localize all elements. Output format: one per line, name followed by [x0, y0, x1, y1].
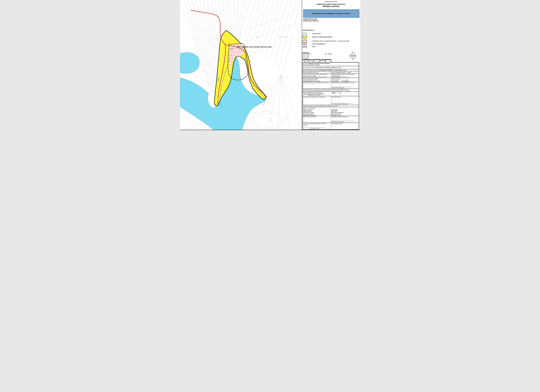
javni-uvid-1-od: od: 27.10.2008. [332, 80, 342, 81]
legend-label-upu: Granica obuhvata UPU-a [312, 43, 325, 45]
javni-uvid-2-od: od: 08.04.2009. [332, 81, 342, 82]
uih-logo-u: U [332, 92, 333, 94]
legend-swatch-built [303, 36, 307, 38]
table-row: Županija: DUBROVAČKO NERETVANSKA ŽUPANIJ… [303, 63, 359, 66]
settlement-label: naselje Skrivena luka [303, 18, 317, 20]
suglasnost-line1: Suglasnost na plan prema članku 97. Zako… [303, 89, 358, 90]
table-row: Odgovorni voditelj izrade nacrta prijedl… [303, 105, 359, 107]
broj-label: Broj kartografskog prikaza: [303, 72, 316, 73]
blue-dashed-line-icon [303, 33, 307, 34]
odgovorna-osoba-name: Miro Maričević, dipl.ing.agr. [332, 87, 358, 88]
map-canvas: 1799/6 1799/7 1799/8 1799/1 1799/4 9146 … [180, 0, 302, 130]
javni-uvid-label: Javni uvid održan: [332, 78, 358, 80]
scale-bar [302, 59, 331, 60]
legend-label-70m: Granica od 70m [312, 33, 321, 34]
scale-strip: 1ha M 1:5000 0 50 100 200 300 400 500 [302, 51, 360, 62]
uih-logo-h: H [334, 92, 335, 94]
naziv-plana-label: Naziv prostornog plana: [303, 67, 315, 68]
javna-rasprava-1: Slobodna Dalmacija, 14.10.2008. [303, 80, 331, 81]
black-dashed-line-icon [303, 44, 307, 44]
istovjetnost-label: Istovjetnost ovog prostornog plana s izv… [303, 123, 331, 126]
table-row: Naziv prostornog plana: PROSTORNI PLAN U… [303, 66, 359, 69]
croatia-silhouette-icon [340, 92, 342, 95]
zone-label: UPU turističke zone naselja Skrivena Luk… [237, 46, 272, 48]
pecat-nadleznog-label: Pečat nadležnog tijela: [332, 123, 358, 124]
pecat-pravne-label: Pečat pravne osobe/tijela koje je izradi… [303, 96, 331, 98]
opcina-value: OPĆINA LASTOVO [310, 64, 320, 65]
legend-swatch-roads [303, 46, 307, 48]
uih-logo-text: urbanistički instituthrvatske d.d. [335, 92, 340, 93]
zupanija-value: DUBROVAČKO NERETVANSKA ŽUPANIJA [308, 63, 330, 64]
javni-uvid-2-do: do: 15.04.2009. [342, 81, 352, 82]
odluka-izrada-label: Odluka o izradi Prostornog plana uređenj… [303, 74, 331, 76]
header-country: REPUBLIKA HRVATSKA [302, 1, 360, 2]
naziv-prikaza-value: 4D. GRAĐEVINSKA PODRUČJA - naselje Skriv… [317, 70, 346, 71]
legend-note-neizgradeno: neizgrađeno [303, 39, 307, 40]
naziv-plana-value: PROSTORNI PLAN UREĐENJA OPĆINE LASTOVO [315, 67, 341, 68]
svg-text:0: 0 [302, 61, 303, 62]
uih-logo: UH urbanistički instituthrvatske d.d. [332, 92, 342, 95]
odgovorna-osoba2-name: mr.sc. Ninoslav Dusper, dipl.ing.arh. [332, 103, 358, 105]
javna-rasprava-label: Javna rasprava (datum objave): [303, 78, 331, 80]
table-row: Suglasnost na plan prema članku 97. Zako… [303, 89, 359, 91]
tim-right-column: Gordan Maček, dipl.ing.prom. Dunja Ožvat… [331, 109, 358, 116]
odgovorna-osoba2-label: Odgovorna osoba: [332, 96, 358, 98]
sheet-bottom-border [180, 130, 360, 130]
mjerilo-label: Mjerilo kartografskog prikaza: [332, 72, 346, 73]
predsjednik-name: Anita Jančić Lešić, dr.med. [332, 121, 358, 122]
plan-title: PROSTORNI PLAN UREĐENJA OPĆINE LASTOVO [312, 13, 350, 14]
hectare-label: 1ha [309, 53, 311, 54]
mjerilo-value: 1 : 5 000 [346, 72, 351, 73]
legend-label-tourism: Gospodarska namjena - ugostiteljsko-turi… [312, 40, 350, 42]
north-symbol-icon [350, 51, 356, 61]
plan-title-box: PROSTORNI PLAN UREĐENJA OPĆINE LASTOVO [303, 9, 360, 18]
scale-ratio: M 1:5000 [325, 53, 332, 55]
title-block-table: Županija: DUBROVAČKO NERETVANSKA ŽUPANIJ… [303, 62, 359, 130]
plan-sheet: 1799/6 1799/7 1799/8 1799/1 1799/4 9146 … [180, 0, 360, 131]
svg-text:400: 400 [325, 61, 326, 62]
place-label-velja: Velja Lok [278, 36, 287, 38]
pravna-osoba-name: URBANISTIČKI INSTITUT HRVATSKE d.d. [303, 93, 358, 95]
t-symbol: T [231, 49, 232, 50]
road-casing-icon [303, 46, 307, 46]
table-row: Javna rasprava (datum objave): Slobodna … [303, 78, 359, 82]
legend-swatch-upu [303, 43, 307, 45]
svg-text:200: 200 [313, 61, 315, 62]
table-row: Pravna osoba/tijelo koje je izradilo pla… [303, 91, 359, 96]
legend-title: TUMAČ ZNAKOVLJA: [303, 30, 314, 31]
javni-uvid-1-do: do: 01.12.2008. [342, 80, 352, 81]
table-row: Naziv kartografskog prikaza: 4D. GRAĐEVI… [303, 69, 359, 71]
pravna-osoba-addr: 10000 Zagreb, Frane Petrića 4 [303, 95, 358, 96]
odluka-donosenje-label: Odluka predstavničkog tijela o donošenju… [332, 74, 358, 76]
table-row: Pečat predstavničkog tijela: Predsjednik… [303, 116, 359, 123]
legend-swatch-tourism [303, 40, 307, 42]
pravna-osoba-label: Pravna osoba/tijelo koje je izradilo pla… [303, 92, 358, 93]
odgovorna-osoba-label: Odgovorna osoba za provođenje javne rasp… [332, 82, 358, 84]
suglasnost-line2: br. 76/07, 38/09), broj suglasnosti klas… [303, 90, 358, 91]
pecat-predstavnickog-label: Pečat predstavničkog tijela: [303, 116, 331, 118]
table-row: Stručni tim u izradi plana: Nataša Avaku… [303, 107, 359, 116]
road-casing-icon [303, 47, 307, 47]
subtitle-label: GRAĐEVINSKA PODRUČJA [303, 20, 319, 22]
broj-value: 4D [317, 72, 318, 73]
table-row: Broj kartografskog prikaza: 4D Mjerilo k… [303, 71, 359, 73]
svg-text:500: 500 [330, 61, 332, 62]
svg-text:50: 50 [305, 61, 306, 62]
odluka-donosenje-value: Službeni glasnik Općine Lastovo br. 01/1… [332, 76, 358, 78]
info-panel: REPUBLIKA HRVATSKA DUBROVAČKO-NERETVANSK… [302, 0, 360, 130]
panel-divider [302, 0, 302, 130]
tim-left-column: Nataša Avakumović, dipl.ing.uređ.kraj. M… [303, 109, 331, 116]
odluka-izrada-value: Službeni glasnik Općine Lastovo br.04/07… [303, 76, 331, 78]
uih-logo-dot-icon [333, 92, 334, 93]
opcina-label: Općina/grad: [303, 64, 310, 65]
header-county: DUBROVAČKO-NERETVANSKA ŽUPANIJA [302, 4, 360, 5]
zupanija-label: Županija: [303, 63, 308, 64]
hectare-square [302, 53, 309, 59]
naziv-prikaza-label: Naziv kartografskog prikaza: [303, 70, 317, 71]
predsjednik-label: Predsjednik predstavničkog tijela: [332, 116, 358, 118]
legend-swatch-70m [303, 33, 307, 35]
javna-rasprava-2: Slobodna Dalmacija, 30.03. i 01.04.2009. [303, 81, 331, 82]
scale-ticks: 0 50 100 200 300 400 500 [302, 61, 332, 62]
table-row: Istovjetnost ovog prostornog plana s izv… [303, 123, 359, 129]
svg-text:300: 300 [319, 61, 320, 62]
